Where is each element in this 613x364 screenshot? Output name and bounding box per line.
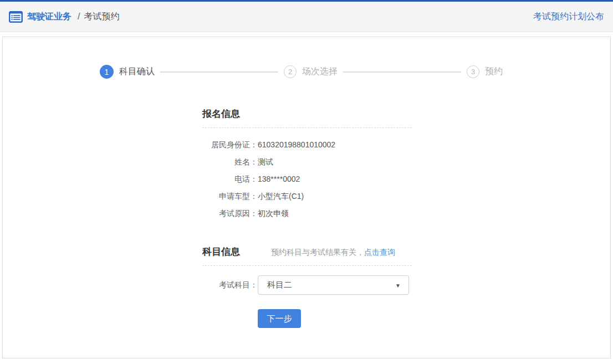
info-row: 居民身份证： 610320198801010002 [202, 136, 412, 153]
info-label: 电话： [202, 171, 258, 188]
step-session-select: 2 场次选择 [284, 65, 338, 78]
breadcrumb-current-page: 考试预约 [84, 11, 119, 23]
content-column: 报名信息 居民身份证： 610320198801010002 姓名： 测试 电话… [202, 107, 412, 328]
breadcrumb: 驾驶证业务 / 考试预约 [9, 11, 119, 23]
breadcrumb-separator: / [78, 12, 80, 22]
exam-reason-value: 初次申领 [258, 205, 289, 222]
step-label: 场次选择 [302, 66, 338, 78]
step-number-badge: 2 [284, 65, 297, 78]
subject-section-header: 科目信息 预约科目与考试结果有关， 点击查询 [202, 245, 412, 258]
phone-value: 138****0002 [258, 171, 300, 188]
next-step-button[interactable]: 下一步 [258, 309, 301, 328]
breadcrumb-section-link[interactable]: 驾驶证业务 [27, 11, 71, 23]
stepper: 1 科目确认 2 场次选择 3 预约 [100, 65, 610, 79]
info-row: 电话： 138****0002 [202, 171, 412, 188]
exam-subject-select[interactable]: 科目二 ▼ [258, 275, 409, 295]
step-number-badge: 3 [467, 65, 479, 78]
vehicle-type-value: 小型汽车(C1) [258, 188, 304, 205]
id-number-value: 610320198801010002 [258, 136, 335, 153]
subject-note: 预约科目与考试结果有关， [271, 248, 364, 258]
exam-subject-label: 考试科目： [202, 280, 258, 290]
step-connector [343, 71, 461, 73]
step-label: 科目确认 [119, 66, 155, 78]
exam-subject-row: 考试科目： 科目二 ▼ [202, 275, 412, 295]
exam-plan-link[interactable]: 考试预约计划公布 [533, 11, 604, 23]
section-title: 科目信息 [202, 245, 240, 258]
section-divider [202, 127, 412, 128]
info-row: 姓名： 测试 [202, 153, 412, 171]
topbar: 驾驶证业务 / 考试预约 考试预约计划公布 [0, 0, 613, 32]
info-label: 姓名： [202, 153, 258, 171]
step-label: 预约 [485, 66, 503, 78]
section-title: 报名信息 [202, 107, 412, 120]
subject-info-section: 科目信息 预约科目与考试结果有关， 点击查询 考试科目： 科目二 ▼ 下一步 [202, 245, 412, 328]
info-label: 居民身份证： [202, 136, 258, 153]
step-subject-confirm: 1 科目确认 [100, 65, 155, 79]
name-value: 测试 [258, 153, 273, 171]
step-connector [160, 71, 278, 73]
info-label: 考试原因： [202, 205, 258, 222]
selected-option-text: 科目二 [267, 280, 292, 290]
section-divider [202, 265, 412, 266]
query-result-link[interactable]: 点击查询 [364, 248, 395, 258]
registration-info-section: 报名信息 居民身份证： 610320198801010002 姓名： 测试 电话… [202, 107, 412, 222]
step-reserve: 3 预约 [467, 65, 503, 78]
list-form-icon [9, 11, 23, 23]
info-label: 申请车型： [202, 188, 258, 205]
chevron-down-icon: ▼ [395, 282, 401, 288]
step-number-badge: 1 [100, 65, 114, 79]
registration-info-list: 居民身份证： 610320198801010002 姓名： 测试 电话： 138… [202, 136, 412, 222]
info-row: 考试原因： 初次申领 [202, 205, 412, 222]
main-panel: 1 科目确认 2 场次选择 3 预约 报名信息 居民身份证： 610320198… [2, 37, 611, 358]
info-row: 申请车型： 小型汽车(C1) [202, 188, 412, 205]
